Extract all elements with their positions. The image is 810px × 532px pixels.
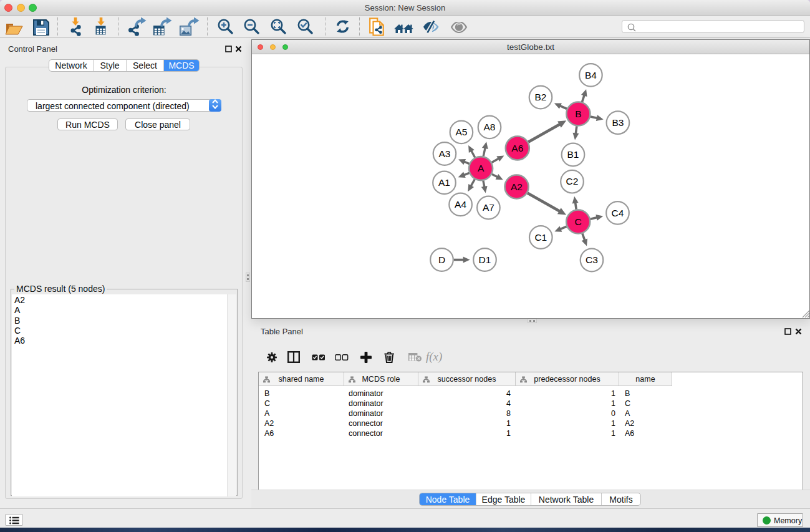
svg-text:D1: D1 [479, 254, 491, 265]
svg-text:A5: A5 [455, 127, 467, 137]
svg-text:A2: A2 [511, 181, 523, 192]
svg-text:A8: A8 [484, 122, 496, 132]
svg-text:C4: C4 [612, 208, 624, 218]
svg-text:B1: B1 [567, 149, 579, 160]
svg-text:A3: A3 [439, 148, 451, 159]
svg-text:C1: C1 [534, 232, 547, 243]
svg-text:A6: A6 [511, 143, 523, 153]
svg-text:B3: B3 [612, 117, 624, 128]
svg-text:B: B [575, 109, 581, 119]
svg-text:A1: A1 [438, 177, 450, 188]
svg-text:D: D [438, 254, 445, 265]
svg-text:C3: C3 [586, 254, 598, 265]
svg-text:A7: A7 [483, 202, 494, 213]
svg-text:B4: B4 [585, 70, 597, 80]
svg-text:A: A [478, 163, 485, 173]
svg-text:B2: B2 [535, 92, 547, 102]
svg-text:C2: C2 [566, 176, 579, 186]
svg-text:A4: A4 [455, 199, 466, 210]
svg-text:C: C [575, 216, 582, 227]
